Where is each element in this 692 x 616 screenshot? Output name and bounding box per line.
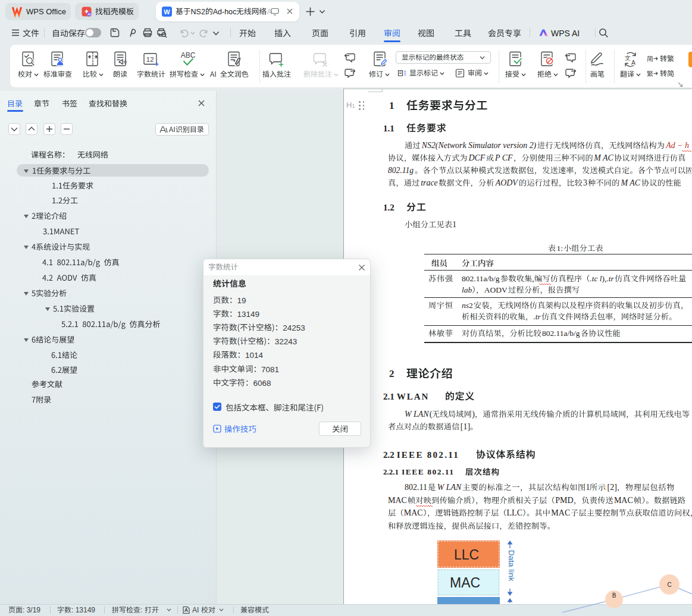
svg-text:C: C (667, 582, 671, 588)
svg-text:文: 文 (625, 55, 631, 61)
svg-text:W: W (164, 8, 170, 15)
svg-text:A: A (631, 59, 635, 66)
svg-text:12: 12 (146, 56, 154, 63)
svg-text:AI: AI (87, 12, 91, 16)
svg-text:ABC: ABC (181, 51, 196, 59)
svg-text:B: B (612, 592, 616, 599)
